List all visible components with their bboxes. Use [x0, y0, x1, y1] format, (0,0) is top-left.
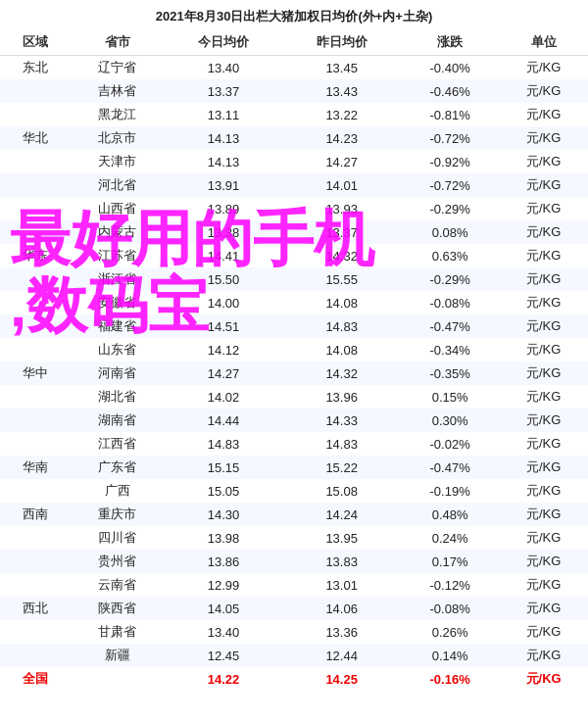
- cell-change: 0.63%: [401, 244, 499, 267]
- cell-change: 0.17%: [401, 550, 499, 573]
- total-row: 全国14.2214.25-0.16%元/KG: [0, 667, 588, 691]
- cell-today: 14.51: [165, 314, 283, 338]
- cell-province: 山西省: [71, 197, 165, 220]
- cell-region: [0, 479, 71, 503]
- cell-change: -0.72%: [401, 126, 499, 150]
- cell-change: 0.48%: [401, 503, 499, 526]
- table-row: 甘肃省13.4013.360.26%元/KG: [0, 620, 588, 644]
- table-row: 四川省13.9813.950.24%元/KG: [0, 526, 588, 550]
- cell-province: 陕西省: [71, 597, 165, 620]
- cell-province: 新疆: [71, 644, 165, 667]
- cell-today: 14.27: [165, 361, 283, 385]
- cell-change: -0.47%: [401, 456, 499, 479]
- table-row: 华北北京市14.1314.23-0.72%元/KG: [0, 126, 588, 150]
- cell-change: -0.29%: [401, 197, 499, 220]
- table-row: 河北省13.9114.01-0.72%元/KG: [0, 173, 588, 197]
- cell-province: 湖北省: [71, 385, 165, 409]
- table-header-row: 区域 省市 今日均价 昨日均价 涨跌 单位: [0, 29, 588, 56]
- cell-region: 东北: [0, 56, 71, 80]
- col-unit: 单位: [499, 29, 588, 56]
- table-row: 安徽省14.0014.08-0.08%元/KG: [0, 291, 588, 314]
- cell-province: 河北省: [71, 173, 165, 197]
- cell-yesterday: 13.45: [282, 56, 401, 80]
- cell-yesterday: 14.33: [282, 409, 401, 432]
- cell-change: -0.92%: [401, 150, 499, 173]
- cell-yesterday: 14.83: [282, 314, 401, 338]
- cell-region: [0, 267, 71, 291]
- cell-today: 15.50: [165, 267, 283, 291]
- cell-yesterday: 13.37: [282, 220, 401, 244]
- cell-unit: 元/KG: [499, 409, 588, 432]
- cell-yesterday: 14.08: [282, 291, 401, 314]
- cell-today: 13.40: [165, 56, 283, 80]
- cell-change: -0.81%: [401, 103, 499, 126]
- cell-region: [0, 150, 71, 173]
- col-today: 今日均价: [165, 29, 283, 56]
- cell-unit: 元/KG: [499, 314, 588, 338]
- cell-unit: 元/KG: [499, 479, 588, 503]
- cell-today: 14.05: [165, 597, 283, 620]
- cell-unit: 元/KG: [499, 267, 588, 291]
- table-row: 黑龙江13.1113.22-0.81%元/KG: [0, 103, 588, 126]
- cell-region: [0, 385, 71, 409]
- cell-province: 辽宁省: [71, 56, 165, 80]
- cell-today: 14.30: [165, 503, 283, 526]
- cell-region: [0, 197, 71, 220]
- cell-unit: 元/KG: [499, 56, 588, 80]
- cell-today: 12.99: [165, 573, 283, 597]
- cell-yesterday: 13.96: [282, 385, 401, 409]
- table-row: 华中河南省14.2714.32-0.35%元/KG: [0, 361, 588, 385]
- col-region: 区域: [0, 29, 71, 56]
- table-row: 天津市14.1314.27-0.92%元/KG: [0, 150, 588, 173]
- table-row: 山西省13.8913.93-0.29%元/KG: [0, 197, 588, 220]
- cell-province: 黑龙江: [71, 103, 165, 126]
- table-row: 西南重庆市14.3014.240.48%元/KG: [0, 503, 588, 526]
- cell-province: 云南省: [71, 573, 165, 597]
- cell-province: 浙江省: [71, 267, 165, 291]
- cell-change: -0.72%: [401, 173, 499, 197]
- cell-unit: 元/KG: [499, 79, 588, 103]
- table-title: 2021年8月30日出栏大猪加权日均价(外+内+土杂): [0, 0, 588, 29]
- cell-unit: 元/KG: [499, 126, 588, 150]
- cell-province: 广东省: [71, 456, 165, 479]
- cell-yesterday: 13.43: [282, 79, 401, 103]
- table-row: 广西15.0515.08-0.19%元/KG: [0, 479, 588, 503]
- cell-today: 13.11: [165, 103, 283, 126]
- cell-region: [0, 314, 71, 338]
- table-row: 福建省14.5114.83-0.47%元/KG: [0, 314, 588, 338]
- cell-today: 13.91: [165, 173, 283, 197]
- cell-today: 13.38: [165, 220, 283, 244]
- price-table: 区域 省市 今日均价 昨日均价 涨跌 单位 东北辽宁省13.4013.45-0.…: [0, 29, 588, 691]
- cell-yesterday: 15.22: [282, 456, 401, 479]
- cell-province: 北京市: [71, 126, 165, 150]
- cell-today: 14.13: [165, 126, 283, 150]
- cell-unit: 元/KG: [499, 244, 588, 267]
- cell-unit: 元/KG: [499, 550, 588, 573]
- cell-today: 14.13: [165, 150, 283, 173]
- cell-total-yesterday: 14.25: [282, 667, 401, 691]
- cell-change: 0.30%: [401, 409, 499, 432]
- cell-unit: 元/KG: [499, 385, 588, 409]
- cell-change: -0.08%: [401, 597, 499, 620]
- cell-yesterday: 14.24: [282, 503, 401, 526]
- cell-total-unit: 元/KG: [499, 667, 588, 691]
- col-change: 涨跌: [401, 29, 499, 56]
- cell-change: -0.40%: [401, 56, 499, 80]
- cell-today: 14.02: [165, 385, 283, 409]
- cell-province: 广西: [71, 479, 165, 503]
- cell-today: 12.45: [165, 644, 283, 667]
- cell-unit: 元/KG: [499, 456, 588, 479]
- cell-yesterday: 13.36: [282, 620, 401, 644]
- table-row: 东北辽宁省13.4013.45-0.40%元/KG: [0, 56, 588, 80]
- cell-unit: 元/KG: [499, 503, 588, 526]
- cell-unit: 元/KG: [499, 220, 588, 244]
- cell-change: 0.24%: [401, 526, 499, 550]
- cell-province: 山东省: [71, 338, 165, 361]
- cell-yesterday: 14.27: [282, 150, 401, 173]
- cell-today: 13.89: [165, 197, 283, 220]
- cell-unit: 元/KG: [499, 432, 588, 456]
- cell-total-province: [71, 667, 165, 691]
- cell-total-today: 14.22: [165, 667, 283, 691]
- cell-unit: 元/KG: [499, 597, 588, 620]
- table-row: 贵州省13.8613.830.17%元/KG: [0, 550, 588, 573]
